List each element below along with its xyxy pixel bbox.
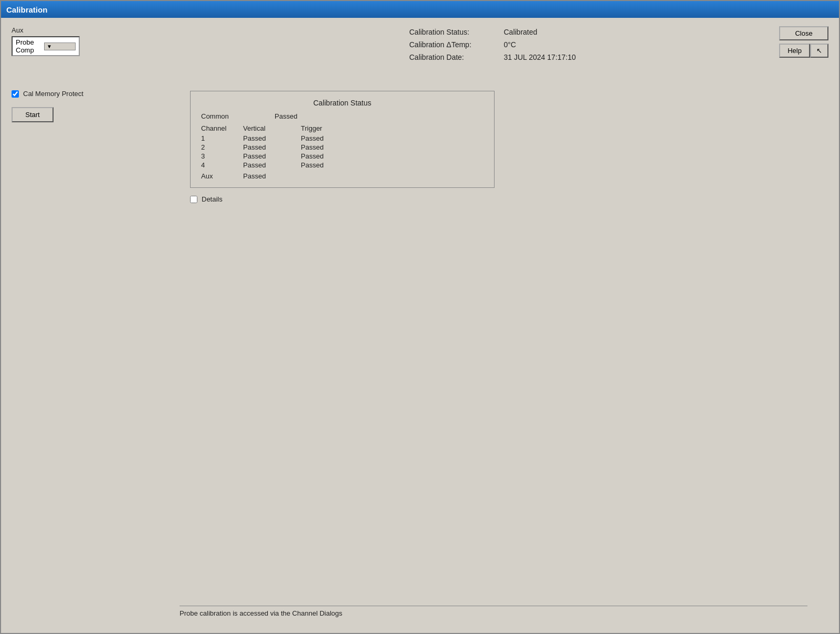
cal-status-label: Calibration Status: — [409, 26, 493, 39]
cal-info-section: Calibration Status: Calibrated Calibrati… — [409, 26, 575, 64]
cal-delta-label: Calibration ΔTemp: — [409, 39, 493, 51]
common-value: Passed — [275, 112, 332, 120]
cal-date-row: Calibration Date: 31 JUL 2024 17:17:10 — [409, 51, 575, 64]
common-label: Common — [201, 112, 243, 120]
vertical-4: Passed — [243, 161, 301, 169]
channel-4: 4 — [201, 161, 243, 169]
close-button[interactable]: Close — [779, 26, 828, 40]
details-row: Details — [190, 195, 828, 203]
channel-header: Channel — [201, 124, 243, 132]
cal-status-table: Calibration Status Common Passed Channel… — [190, 91, 495, 188]
details-label: Details — [202, 195, 223, 203]
vertical-header: Vertical — [243, 124, 301, 132]
probe-comp-dropdown[interactable]: Probe Comp ▼ — [12, 36, 80, 56]
cal-memory-protect-label: Cal Memory Protect — [23, 90, 83, 98]
probe-comp-value: Probe Comp — [16, 38, 42, 54]
window-title: Calibration — [6, 5, 47, 14]
help-button[interactable]: Help — [779, 44, 810, 58]
channel-1: 1 — [201, 134, 243, 142]
trigger-3: Passed — [301, 152, 353, 160]
cal-date-value: 31 JUL 2024 17:17:10 — [503, 51, 575, 64]
channel-2: 2 — [201, 143, 243, 151]
trigger-header: Trigger — [301, 124, 353, 132]
trigger-4: Passed — [301, 161, 353, 169]
cal-memory-protect-checkbox[interactable] — [12, 90, 19, 98]
cal-status-table-wrapper: Calibration Status Common Passed Channel… — [190, 91, 495, 188]
cal-delta-row: Calibration ΔTemp: 0°C — [409, 39, 575, 51]
cal-table-title: Calibration Status — [201, 99, 484, 107]
top-row: Aux Probe Comp ▼ Calibration Status: Cal… — [12, 26, 828, 64]
trigger-1: Passed — [301, 134, 353, 142]
title-bar: Calibration — [1, 1, 839, 18]
cal-delta-value: 0°C — [503, 39, 516, 51]
channel-3: 3 — [201, 152, 243, 160]
help-row: Help ↖ — [779, 44, 828, 58]
cal-status-value: Calibrated — [503, 26, 537, 39]
aux-label: Aux — [12, 26, 80, 34]
calibration-window: Calibration Aux Probe Comp ▼ Calibration… — [0, 0, 840, 634]
bottom-note-text: Probe calibration is accessed via the Ch… — [180, 609, 342, 617]
start-button[interactable]: Start — [12, 107, 54, 122]
trigger-2: Passed — [301, 143, 353, 151]
cal-date-label: Calibration Date: — [409, 51, 493, 64]
vertical-1: Passed — [243, 134, 301, 142]
table-header-row: Channel Vertical Trigger — [201, 124, 484, 132]
vertical-2: Passed — [243, 143, 301, 151]
common-row: Common Passed — [201, 112, 484, 120]
cal-status-row: Calibration Status: Calibrated — [409, 26, 575, 39]
cursor-button[interactable]: ↖ — [810, 44, 828, 58]
table-row: 4 Passed Passed — [201, 161, 484, 169]
aux-row-value: Passed — [243, 172, 301, 180]
buttons-section: Close Help ↖ — [779, 26, 828, 58]
table-row: 2 Passed Passed — [201, 143, 484, 151]
dropdown-arrow-icon[interactable]: ▼ — [44, 43, 76, 50]
details-checkbox[interactable] — [190, 196, 197, 203]
aux-section: Aux Probe Comp ▼ — [12, 26, 80, 56]
aux-row: Aux Passed — [201, 172, 484, 180]
vertical-3: Passed — [243, 152, 301, 160]
bottom-note: Probe calibration is accessed via the Ch… — [180, 606, 807, 617]
table-row: 1 Passed Passed — [201, 134, 484, 142]
aux-row-label: Aux — [201, 172, 243, 180]
table-row: 3 Passed Passed — [201, 152, 484, 160]
main-content: Aux Probe Comp ▼ Calibration Status: Cal… — [1, 18, 839, 633]
